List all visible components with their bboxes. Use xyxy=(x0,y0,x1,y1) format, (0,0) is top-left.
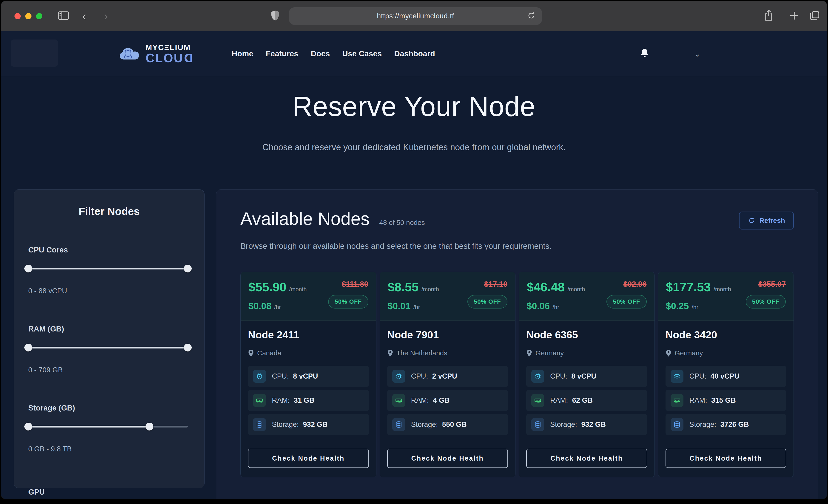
panel-title: Available Nodes xyxy=(240,208,370,229)
url-text: https://myceliumcloud.tf xyxy=(377,12,454,20)
forward-button[interactable]: › xyxy=(104,10,108,22)
location-pin-icon xyxy=(387,349,393,357)
cpu-slider-thumb-min[interactable] xyxy=(24,265,32,272)
nav-link-features[interactable]: Features xyxy=(266,49,298,58)
brand-name-top: MYCΞLIUM xyxy=(146,43,193,51)
ram-slider-thumb-max[interactable] xyxy=(184,344,192,351)
price-hourly: $0.06 xyxy=(527,301,550,311)
storage-spec-row: Storage:3726 GB xyxy=(666,414,786,435)
ram-range-slider[interactable] xyxy=(28,347,188,348)
original-price: $17.10 xyxy=(484,280,507,289)
address-bar[interactable]: https://myceliumcloud.tf xyxy=(289,7,542,25)
brand-name-bottom: CLOUD xyxy=(146,52,193,64)
zoom-window-button[interactable] xyxy=(36,13,42,19)
node-name: Node 3420 xyxy=(666,329,786,341)
node-card: $55.90/month $0.08/hr $111.80 50% OFF No… xyxy=(240,272,376,477)
back-button[interactable]: ‹ xyxy=(82,10,86,22)
price-hourly: $0.25 xyxy=(666,301,689,311)
price-monthly: $8.55 xyxy=(388,280,419,294)
storage-slider-thumb-max[interactable] xyxy=(146,423,153,430)
minimize-window-button[interactable] xyxy=(25,13,32,19)
cpu-range-value: 0 - 88 vCPU xyxy=(28,287,190,295)
ram-spec-row: RAM:315 GB xyxy=(666,390,786,411)
node-location: Germany xyxy=(675,349,703,357)
cpu-spec-row: CPU:40 vCPU xyxy=(666,366,786,387)
cpu-spec-row: CPU:8 vCPU xyxy=(526,366,647,387)
node-card: $46.48/month $0.06/hr $92.96 50% OFF Nod… xyxy=(519,272,655,477)
nav-link-dashboard[interactable]: Dashboard xyxy=(394,49,435,58)
storage-icon xyxy=(531,418,544,431)
storage-spec-row: Storage:932 GB xyxy=(526,414,647,435)
location-pin-icon xyxy=(666,349,671,357)
account-chevron-down-icon[interactable]: ⌄ xyxy=(694,49,701,58)
check-node-health-button[interactable]: Check Node Health xyxy=(526,449,647,468)
ram-icon xyxy=(531,394,544,407)
location-pin-icon xyxy=(248,349,254,357)
node-location: The Netherlands xyxy=(397,349,448,357)
share-icon[interactable] xyxy=(764,10,774,23)
nav-placeholder xyxy=(11,40,58,67)
discount-badge: 50% OFF xyxy=(328,295,368,308)
node-card: $8.55/month $0.01/hr $17.10 50% OFF Node… xyxy=(380,272,516,477)
ram-range-value: 0 - 709 GB xyxy=(28,366,190,374)
close-window-button[interactable] xyxy=(14,13,21,19)
storage-range-value: 0 GB - 9.8 TB xyxy=(28,445,190,453)
cloud-brain-icon xyxy=(119,45,142,63)
storage-icon xyxy=(253,418,266,431)
cpu-icon xyxy=(671,370,684,383)
storage-icon xyxy=(671,418,684,431)
price-hourly: $0.08 xyxy=(248,301,272,311)
page-subtitle: Choose and reserve your dedicated Kubern… xyxy=(1,142,827,152)
node-card: $177.53/month $0.25/hr $355.07 50% OFF N… xyxy=(658,272,794,477)
cpu-icon xyxy=(531,370,544,383)
node-count-badge: 48 of 50 nodes xyxy=(379,219,425,226)
discount-badge: 50% OFF xyxy=(607,295,647,308)
cpu-range-slider[interactable] xyxy=(28,267,188,269)
cpu-icon xyxy=(253,370,266,383)
ram-filter-label: RAM (GB) xyxy=(28,325,190,333)
nav-link-docs[interactable]: Docs xyxy=(311,49,330,58)
privacy-shield-icon[interactable] xyxy=(271,10,280,22)
panel-description: Browse through our available nodes and s… xyxy=(240,242,794,251)
cpu-slider-thumb-max[interactable] xyxy=(184,265,192,272)
browser-window: ‹ › https://myceliumcloud.tf xyxy=(1,1,827,499)
price-monthly: $177.53 xyxy=(666,280,711,294)
cpu-spec-row: CPU:8 vCPU xyxy=(248,366,369,387)
gpu-filter-label: GPU xyxy=(28,488,190,496)
node-name: Node 7901 xyxy=(387,329,508,341)
storage-icon xyxy=(392,418,405,431)
card-price-header: $8.55/month $0.01/hr $17.10 50% OFF xyxy=(380,272,515,321)
check-node-health-button[interactable]: Check Node Health xyxy=(387,449,508,468)
hero-section: Reserve Your Node Choose and reserve you… xyxy=(1,90,827,152)
main-content: Filter Nodes CPU Cores 0 - 88 vCPU RAM (… xyxy=(14,189,818,499)
card-price-header: $177.53/month $0.25/hr $355.07 50% OFF xyxy=(658,272,794,321)
original-price: $92.96 xyxy=(623,280,647,289)
price-monthly: $55.90 xyxy=(248,280,286,294)
new-tab-icon[interactable] xyxy=(789,10,799,22)
refresh-button[interactable]: Refresh xyxy=(739,212,794,229)
sidebar-toggle-icon[interactable] xyxy=(58,11,69,21)
ram-icon xyxy=(671,394,684,407)
card-price-header: $55.90/month $0.08/hr $111.80 50% OFF xyxy=(241,272,376,321)
storage-slider-thumb-min[interactable] xyxy=(24,423,32,430)
tab-overview-icon[interactable] xyxy=(809,10,820,22)
check-node-health-button[interactable]: Check Node Health xyxy=(666,449,786,468)
storage-range-slider[interactable] xyxy=(28,426,188,427)
check-node-health-button[interactable]: Check Node Health xyxy=(248,449,369,468)
ram-spec-row: RAM:4 GB xyxy=(387,390,508,411)
site-navbar: MYCΞLIUM CLOUD Home Features Docs Use Ca… xyxy=(1,31,827,76)
ram-icon xyxy=(253,394,266,407)
notifications-bell-icon[interactable] xyxy=(639,48,650,60)
cpu-filter-label: CPU Cores xyxy=(28,246,190,254)
ram-slider-thumb-min[interactable] xyxy=(24,344,32,351)
page-title: Reserve Your Node xyxy=(1,90,827,122)
nav-link-use-cases[interactable]: Use Cases xyxy=(342,49,382,58)
card-price-header: $46.48/month $0.06/hr $92.96 50% OFF xyxy=(519,272,655,321)
reload-icon[interactable] xyxy=(527,11,536,21)
nav-link-home[interactable]: Home xyxy=(232,49,253,58)
filter-panel: Filter Nodes CPU Cores 0 - 88 vCPU RAM (… xyxy=(14,189,205,489)
brand-logo[interactable]: MYCΞLIUM CLOUD xyxy=(119,43,193,64)
filter-title: Filter Nodes xyxy=(28,205,190,217)
original-price: $355.07 xyxy=(758,280,786,289)
ram-spec-row: RAM:62 GB xyxy=(526,390,647,411)
